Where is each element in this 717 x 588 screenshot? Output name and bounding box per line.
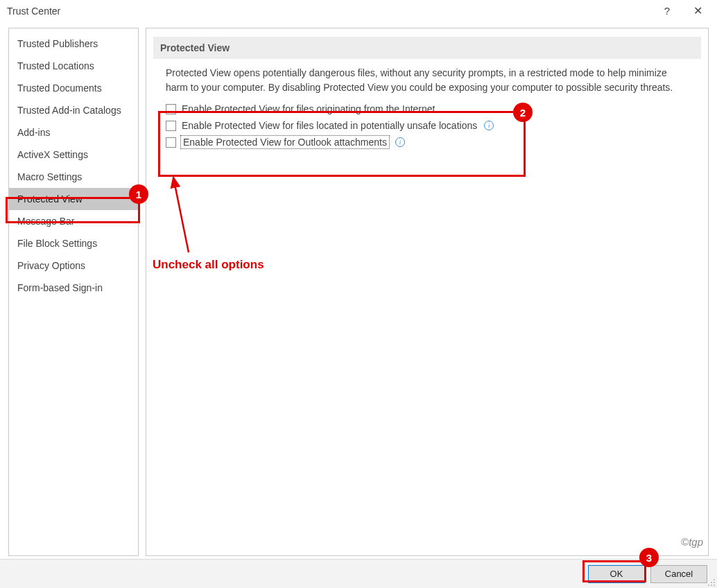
checkbox-icon [166,121,176,131]
svg-point-3 [708,585,709,586]
content-panel: Protected View Protected View opens pote… [146,28,709,556]
info-icon[interactable]: i [484,121,494,130]
sidebar-item-addins[interactable]: Add-ins [9,121,138,144]
sidebar: Trusted Publishers Trusted Locations Tru… [8,28,139,556]
checkbox-icon [166,104,176,114]
ok-button[interactable]: OK [588,565,645,583]
titlebar: Trust Center ? ✕ [0,0,717,22]
sidebar-item-activex-settings[interactable]: ActiveX Settings [9,144,138,166]
checkbox-icon [166,137,176,148]
help-icon: ? [664,5,670,17]
sidebar-item-trusted-publishers[interactable]: Trusted Publishers [9,33,138,55]
checkbox-label: Enable Protected View for files originat… [182,103,435,114]
watermark-text: ©tgp [681,536,703,548]
window-title: Trust Center [7,6,652,17]
svg-point-4 [711,585,712,586]
sidebar-item-file-block-settings[interactable]: File Block Settings [9,232,138,254]
sidebar-item-form-based-signin[interactable]: Form-based Sign-in [9,277,138,299]
main-area: Trusted Publishers Trusted Locations Tru… [0,22,717,556]
sidebar-item-trusted-documents[interactable]: Trusted Documents [9,77,138,99]
close-icon: ✕ [693,4,702,17]
checkbox-label: Enable Protected View for Outlook attach… [182,137,388,148]
svg-point-1 [711,582,712,583]
dialog-footer: OK Cancel [0,559,717,588]
help-button[interactable]: ? [652,1,682,21]
sidebar-item-protected-view[interactable]: Protected View [9,188,138,210]
sidebar-item-macro-settings[interactable]: Macro Settings [9,166,138,188]
cancel-button[interactable]: Cancel [650,565,707,583]
svg-point-0 [714,579,715,580]
svg-point-2 [714,582,715,583]
section-description: Protected View opens potentially dangero… [153,66,701,101]
sidebar-item-privacy-options[interactable]: Privacy Options [9,254,138,277]
sidebar-item-trusted-locations[interactable]: Trusted Locations [9,55,138,77]
resize-grip-icon[interactable] [707,578,716,587]
checkbox-label: Enable Protected View for files located … [182,120,477,131]
svg-point-5 [714,585,715,586]
sidebar-item-message-bar[interactable]: Message Bar [9,210,138,232]
sidebar-item-trusted-addin-catalogs[interactable]: Trusted Add-in Catalogs [9,99,138,121]
close-button[interactable]: ✕ [682,1,713,21]
checkbox-row-outlook-attachments[interactable]: Enable Protected View for Outlook attach… [153,134,701,150]
section-header: Protected View [153,37,701,59]
info-icon[interactable]: i [395,137,405,147]
checkbox-row-unsafe-locations[interactable]: Enable Protected View for files located … [153,117,701,134]
checkbox-row-internet[interactable]: Enable Protected View for files originat… [153,101,701,117]
